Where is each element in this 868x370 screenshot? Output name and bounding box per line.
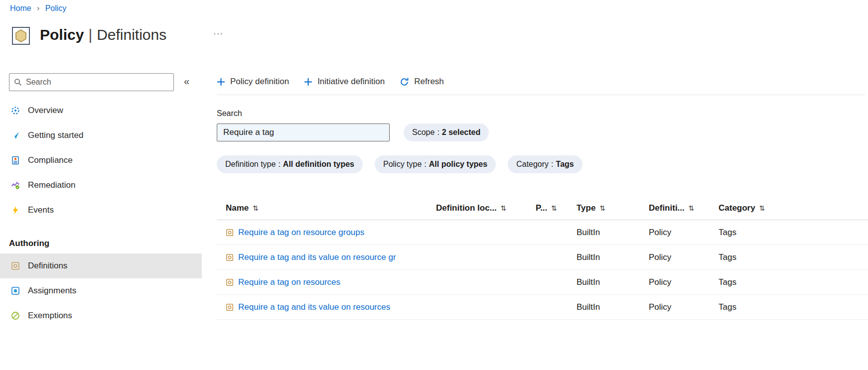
collapse-sidebar-button[interactable]: « xyxy=(184,76,189,87)
column-label: Name xyxy=(226,203,249,213)
sidebar-item-label: Events xyxy=(28,205,54,215)
sidebar-item-label: Remediation xyxy=(28,180,75,190)
type-cell: BuiltIn xyxy=(577,228,649,238)
type-cell: BuiltIn xyxy=(577,277,649,287)
pill-value: All definition types xyxy=(283,160,354,169)
sidebar-item-getting-started[interactable]: Getting started xyxy=(0,123,202,148)
refresh-button[interactable]: Refresh xyxy=(400,77,444,87)
button-label: Refresh xyxy=(414,77,444,87)
page-title-primary: Policy xyxy=(40,26,84,43)
sort-icon: ⇅ xyxy=(253,204,259,212)
more-menu-button[interactable]: ··· xyxy=(213,29,223,39)
assignments-icon xyxy=(11,286,20,295)
pill-name: Scope xyxy=(412,128,434,137)
policy-icon xyxy=(11,26,31,46)
toolbar-divider xyxy=(217,95,865,95)
sidebar-item-label: Definitions xyxy=(28,261,67,271)
sidebar-item-exemptions[interactable]: Exemptions xyxy=(0,303,202,328)
pill-name: Definition type xyxy=(225,160,276,169)
sidebar-item-label: Compliance xyxy=(28,155,73,165)
plus-icon xyxy=(304,78,312,86)
initiative-definition-button[interactable]: Initiative definition xyxy=(304,77,385,87)
filter-pill-definition-type[interactable]: Definition type : All definition types xyxy=(217,155,363,173)
table-header: Name ⇅ Definition loc... ⇅ P... ⇅ Type ⇅… xyxy=(217,196,868,220)
main-content: Policy definition Initiative definition xyxy=(217,72,868,320)
command-bar: Policy definition Initiative definition xyxy=(217,72,868,91)
column-header-name[interactable]: Name ⇅ xyxy=(217,203,436,213)
table-row[interactable]: Require a tag and its value on resource … xyxy=(217,245,868,270)
pill-separator: : xyxy=(551,160,553,169)
pill-separator: : xyxy=(424,160,426,169)
sidebar-item-overview[interactable]: Overview xyxy=(0,98,202,123)
filter-pill-policy-type[interactable]: Policy type : All policy types xyxy=(375,155,496,173)
breadcrumb-policy-link[interactable]: Policy xyxy=(45,4,67,13)
category-cell: Tags xyxy=(719,252,868,262)
definition-link[interactable]: Require a tag on resources xyxy=(238,277,340,287)
filter-pill-category[interactable]: Category : Tags xyxy=(508,155,582,173)
table-row[interactable]: Require a tag and its value on resources… xyxy=(217,295,868,320)
sidebar-item-assignments[interactable]: Assignments xyxy=(0,278,202,303)
sort-icon: ⇅ xyxy=(501,204,507,212)
definition-type-cell: Policy xyxy=(649,302,719,312)
sidebar-search-input[interactable] xyxy=(26,78,169,87)
search-icon xyxy=(14,78,22,86)
column-header-category[interactable]: Category ⇅ xyxy=(719,203,868,213)
column-header-definition-type[interactable]: Definiti... ⇅ xyxy=(649,203,719,213)
definition-link[interactable]: Require a tag and its value on resource … xyxy=(238,252,396,262)
button-label: Initiative definition xyxy=(317,77,385,87)
category-cell: Tags xyxy=(719,302,868,312)
sidebar-item-definitions[interactable]: Definitions xyxy=(0,253,202,278)
filter-row-2: Definition type : All definition types P… xyxy=(217,155,868,173)
sort-icon: ⇅ xyxy=(551,204,557,212)
pill-name: Category xyxy=(516,160,549,169)
exemptions-icon xyxy=(11,311,20,320)
name-cell: Require a tag and its value on resource … xyxy=(217,252,436,262)
type-cell: BuiltIn xyxy=(577,302,649,312)
column-header-definition-location[interactable]: Definition loc... ⇅ xyxy=(436,203,536,213)
filter-pill-scope[interactable]: Scope : 2 selected xyxy=(404,123,489,141)
sidebar-item-label: Overview xyxy=(28,106,63,116)
pill-value: All policy types xyxy=(429,160,487,169)
sidebar-item-events[interactable]: Events xyxy=(0,198,202,223)
sidebar-item-remediation[interactable]: Remediation xyxy=(0,173,202,198)
definition-link[interactable]: Require a tag and its value on resources xyxy=(238,302,390,312)
sidebar-item-compliance[interactable]: Compliance xyxy=(0,148,202,173)
policy-definition-button[interactable]: Policy definition xyxy=(217,77,289,87)
table-row[interactable]: Require a tag on resources BuiltIn Polic… xyxy=(217,270,868,295)
name-cell: Require a tag and its value on resources xyxy=(217,302,436,312)
definitions-table: Name ⇅ Definition loc... ⇅ P... ⇅ Type ⇅… xyxy=(217,196,868,320)
policy-definition-icon xyxy=(226,303,234,311)
name-cell: Require a tag on resources xyxy=(217,277,436,287)
sidebar-item-label: Assignments xyxy=(28,286,76,296)
policy-definition-icon xyxy=(226,229,234,237)
pill-value: Tags xyxy=(556,160,574,169)
sidebar-item-label: Exemptions xyxy=(28,311,72,321)
column-header-policies[interactable]: P... ⇅ xyxy=(536,203,577,213)
sidebar-nav: Overview Getting started xyxy=(0,98,202,328)
column-header-type[interactable]: Type ⇅ xyxy=(577,203,649,213)
column-label: Category xyxy=(719,203,755,213)
column-label: P... xyxy=(536,203,547,213)
pill-separator: : xyxy=(278,160,280,169)
sort-icon: ⇅ xyxy=(759,204,765,212)
page-title: Policy|Definitions xyxy=(40,26,166,43)
pill-value: 2 selected xyxy=(442,128,480,137)
remediation-icon xyxy=(11,181,20,190)
events-icon xyxy=(11,206,20,215)
page-header: Policy|Definitions xyxy=(11,24,166,46)
pill-separator: : xyxy=(437,128,439,137)
filter-row-1: Scope : 2 selected xyxy=(217,123,868,141)
refresh-icon xyxy=(400,77,409,87)
breadcrumb: Home › Policy xyxy=(10,4,66,13)
page-title-secondary: Definitions xyxy=(97,26,166,43)
breadcrumb-home-link[interactable]: Home xyxy=(10,4,31,13)
definition-search-input[interactable] xyxy=(217,123,390,141)
getting-started-icon xyxy=(11,131,20,140)
column-label: Type xyxy=(577,203,595,213)
definition-link[interactable]: Require a tag on resource groups xyxy=(238,228,364,238)
type-cell: BuiltIn xyxy=(577,252,649,262)
button-label: Policy definition xyxy=(230,77,289,87)
sort-icon: ⇅ xyxy=(689,204,695,212)
plus-icon xyxy=(217,78,225,86)
table-row[interactable]: Require a tag on resource groups BuiltIn… xyxy=(217,220,868,245)
